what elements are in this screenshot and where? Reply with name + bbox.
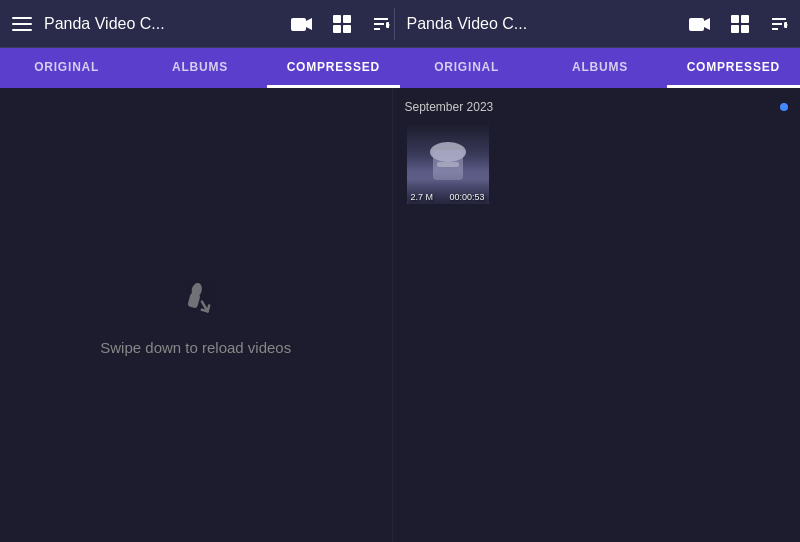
svg-rect-13 [731, 15, 739, 23]
svg-rect-15 [731, 25, 739, 33]
grid-icon-left[interactable] [328, 10, 356, 38]
left-nav-half: Panda Video C... [8, 10, 394, 38]
svg-rect-23 [187, 292, 200, 308]
swipe-hint-text: Swipe down to reload videos [100, 339, 291, 356]
svg-rect-16 [741, 25, 749, 33]
svg-rect-2 [333, 15, 341, 23]
tab-original-left[interactable]: ORIGINAL [0, 48, 133, 88]
sort-icon-right[interactable] [766, 11, 792, 37]
right-app-title: Panda Video C... [407, 15, 677, 33]
hamburger-icon-left[interactable] [8, 13, 36, 35]
video-info-overlay: 2.7 M 00:00:53 [407, 190, 489, 204]
svg-rect-5 [343, 25, 351, 33]
svg-rect-3 [343, 15, 351, 23]
svg-rect-14 [741, 15, 749, 23]
svg-marker-12 [704, 18, 710, 30]
sort-icon-left[interactable] [368, 11, 394, 37]
right-nav-half: Panda Video C... [395, 10, 793, 38]
blue-dot-indicator [780, 103, 788, 111]
video-size-label: 2.7 M [411, 192, 434, 202]
video-duration-label: 00:00:53 [449, 192, 484, 202]
top-nav-bar: Panda Video C... [0, 0, 800, 48]
tab-compressed-left[interactable]: COMPRESSED [267, 48, 400, 88]
video-grid: 2.7 M 00:00:53 [401, 116, 793, 210]
camera-icon-left[interactable] [286, 12, 316, 36]
tab-compressed-right[interactable]: COMPRESSED [667, 48, 800, 88]
tab-albums-right[interactable]: ALBUMS [533, 48, 666, 88]
swipe-down-icon [168, 269, 224, 332]
left-app-title: Panda Video C... [44, 15, 278, 33]
svg-rect-11 [689, 18, 704, 31]
left-panel: Swipe down to reload videos [0, 88, 393, 542]
left-tab-section: ORIGINAL ALBUMS COMPRESSED [0, 48, 400, 88]
left-nav-icons [286, 10, 394, 38]
main-content: Swipe down to reload videos September 20… [0, 88, 800, 542]
tab-bar: ORIGINAL ALBUMS COMPRESSED ORIGINAL ALBU… [0, 48, 800, 88]
grid-icon-right[interactable] [726, 10, 754, 38]
svg-rect-28 [437, 162, 459, 167]
tab-original-right[interactable]: ORIGINAL [400, 48, 533, 88]
video-thumbnail-item[interactable]: 2.7 M 00:00:53 [407, 122, 489, 204]
svg-rect-0 [291, 18, 306, 31]
camera-icon-right[interactable] [684, 12, 714, 36]
right-nav-icons [684, 10, 792, 38]
month-label: September 2023 [405, 100, 781, 114]
tab-albums-left[interactable]: ALBUMS [133, 48, 266, 88]
right-panel: September 2023 [393, 88, 801, 542]
svg-marker-1 [306, 18, 312, 30]
right-tab-section: ORIGINAL ALBUMS COMPRESSED [400, 48, 800, 88]
svg-rect-4 [333, 25, 341, 33]
